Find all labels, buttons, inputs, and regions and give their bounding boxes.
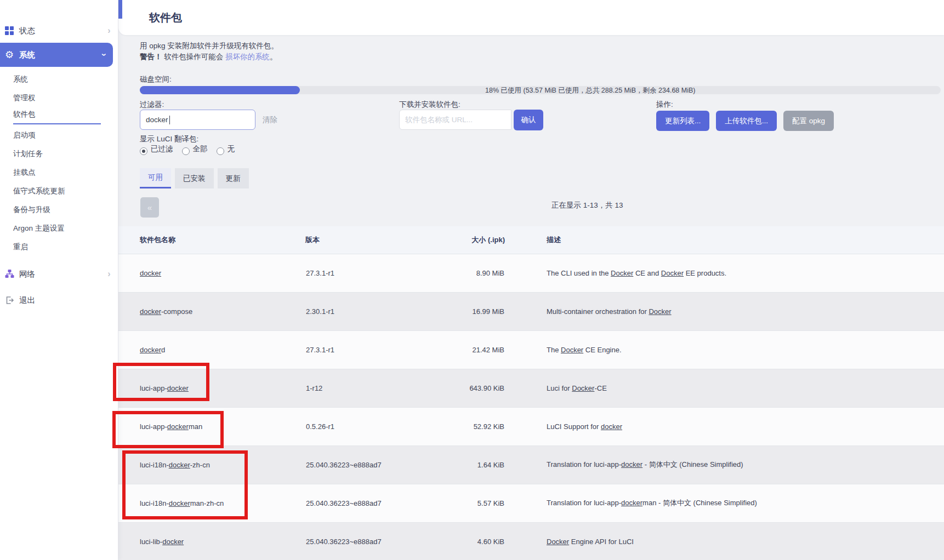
actions-label: 操作: <box>656 100 673 110</box>
package-size: 16.99 MiB <box>427 292 505 330</box>
sidebar-item-network[interactable]: 网络› <box>0 264 118 284</box>
clear-filter-button[interactable]: 清除 <box>258 113 282 127</box>
action-buttons: 更新列表...上传软件包...配置 opkg <box>656 111 834 131</box>
page-header-bar: 软件包 <box>118 0 944 35</box>
package-description: LuCI Support for docker <box>505 407 944 445</box>
package-url-input[interactable] <box>399 110 511 130</box>
package-description: Multi-container orchestration for Docker <box>505 292 944 330</box>
package-name-link[interactable]: luci-app-docker <box>140 384 189 392</box>
update-lists-button[interactable]: 更新列表... <box>656 111 709 131</box>
warning-suffix: 。 <box>270 53 277 61</box>
page-title: 软件包 <box>149 0 182 35</box>
tab-installed[interactable]: 已安装 <box>175 168 214 188</box>
package-name-link[interactable]: luci-app-dockerman <box>140 422 202 431</box>
sidebar-item-label: 软件包 <box>13 110 101 124</box>
column-header-name: 软件包名称 <box>118 226 305 254</box>
pagination-prev-button[interactable]: « <box>140 197 159 218</box>
sidebar-item-mount-points[interactable]: 挂载点 <box>0 163 118 182</box>
damage-system-link[interactable]: 损坏你的系统 <box>225 53 270 61</box>
translation-radio-group: 已过滤全部无 <box>140 144 235 155</box>
table-row: dockerd27.3.1-r121.42 MiBThe Docker CE E… <box>118 330 944 369</box>
package-description: The CLI used in the Docker CE and Docker… <box>505 254 944 292</box>
gear-icon: ⚙ <box>4 50 14 60</box>
package-description: The Docker CE Engine. <box>505 330 944 369</box>
configure-opkg-button[interactable]: 配置 opkg <box>783 111 834 131</box>
sidebar-item-backup-upgrade[interactable]: 备份与升级 <box>0 201 118 219</box>
table-row: luci-app-dockerman0.5.26-r152.92 KiBLuCI… <box>118 407 944 445</box>
radio-unselected-icon[interactable] <box>217 147 224 155</box>
sidebar: 状态›⚙系统›系统管理权软件包启动项计划任务挂载点值守式系统更新备份与升级Arg… <box>0 0 118 560</box>
sidebar-item-reboot[interactable]: 重启 <box>0 238 118 256</box>
package-name-link[interactable]: luci-i18n-dockerman-zh-cn <box>140 499 224 507</box>
filter-label: 过滤器: <box>140 100 164 110</box>
upload-package-button[interactable]: 上传软件包... <box>716 111 777 131</box>
sidebar-item-software[interactable]: 软件包 <box>0 107 118 126</box>
column-header-desc: 描述 <box>505 226 944 254</box>
warning-label: 警告！ <box>140 53 162 61</box>
package-description: Translation for luci-app-docker - 简体中文 (… <box>505 445 944 484</box>
radio-selected-icon[interactable] <box>140 147 147 155</box>
radio-option[interactable]: 全部 <box>182 144 208 155</box>
package-version: 27.3.1-r1 <box>305 254 427 292</box>
sidebar-item-label: 网络 <box>19 269 106 279</box>
package-table: 软件包名称 版本 大小 (.ipk) 描述 docker27.3.1-r18.9… <box>118 226 944 560</box>
logout-icon <box>4 295 14 305</box>
package-version: 1-r12 <box>305 369 427 407</box>
package-version: 25.040.36223~e888ad7 <box>305 484 427 522</box>
disk-usage-text: 18% 已使用 (53.57 MiB 已使用，总共 288.25 MiB，剩余 … <box>485 86 695 94</box>
package-description: Translation for luci-app-dockerman - 简体中… <box>505 484 944 522</box>
sidebar-item-attended-sysupgrade[interactable]: 值守式系统更新 <box>0 182 118 201</box>
tab-updates[interactable]: 更新 <box>218 168 249 188</box>
sidebar-item-label: 系统 <box>13 75 28 84</box>
column-header-size: 大小 (.ipk) <box>427 226 505 254</box>
disk-space-label: 磁盘空间: <box>140 75 172 84</box>
column-header-version: 版本 <box>305 226 427 254</box>
sidebar-item-label: 系统 <box>19 50 101 60</box>
package-name-link[interactable]: luci-i18n-docker-zh-cn <box>140 461 210 469</box>
intro-text: 用 opkg 安装附加软件并升级现有软件包。 警告！ 软件包操作可能会 损坏你的… <box>140 41 278 62</box>
radio-option[interactable]: 无 <box>217 144 235 155</box>
package-name-link[interactable]: dockerd <box>140 346 165 354</box>
sidebar-item-label: 挂载点 <box>13 168 36 178</box>
package-description: Luci for Docker-CE <box>505 369 944 407</box>
tab-available[interactable]: 可用 <box>140 168 171 188</box>
package-table-body: docker27.3.1-r18.90 MiBThe CLI used in t… <box>118 254 944 560</box>
confirm-button[interactable]: 确认 <box>514 110 543 130</box>
radio-option-label: 已过滤 <box>151 144 173 154</box>
main-content: 软件包 用 opkg 安装附加软件并升级现有软件包。 警告！ 软件包操作可能会 … <box>118 0 944 560</box>
package-name-link[interactable]: docker <box>140 269 161 277</box>
translation-packages-label: 显示 LuCI 翻译包: <box>140 134 198 144</box>
sidebar-item-status[interactable]: 状态› <box>0 21 118 41</box>
radio-option[interactable]: 已过滤 <box>140 144 173 155</box>
table-row: luci-i18n-docker-zh-cn25.040.36223~e888a… <box>118 445 944 484</box>
network-icon <box>4 269 14 279</box>
filter-input-value: docker <box>146 116 168 124</box>
pagination-status: 正在显示 1-13，共 13 <box>551 201 623 210</box>
sidebar-item-startup[interactable]: 启动项 <box>0 126 118 145</box>
sidebar-item-system-general[interactable]: 系统 <box>0 70 118 89</box>
package-name-link[interactable]: docker-compose <box>140 307 192 316</box>
package-size: 21.42 MiB <box>427 330 505 369</box>
table-row: luci-i18n-dockerman-zh-cn25.040.36223~e8… <box>118 484 944 522</box>
sidebar-item-scheduled-tasks[interactable]: 计划任务 <box>0 145 118 163</box>
sidebar-item-label: 备份与升级 <box>13 205 50 215</box>
sidebar-item-label: 重启 <box>13 242 28 252</box>
radio-option-label: 全部 <box>193 144 208 154</box>
package-tabs: 可用已安装更新 <box>140 168 249 188</box>
table-header-row: 软件包名称 版本 大小 (.ipk) 描述 <box>118 226 944 254</box>
radio-unselected-icon[interactable] <box>182 147 190 155</box>
chevron-right-icon: › <box>106 269 112 279</box>
sidebar-item-logout[interactable]: 退出 <box>0 290 118 310</box>
sidebar-item-system[interactable]: ⚙系统› <box>0 43 113 67</box>
download-install-label: 下载并安装软件包: <box>399 100 460 110</box>
luci-opkg-page: { "app": { "accent_color": "#5b6fd7", "a… <box>0 0 944 560</box>
table-row: docker-compose2.30.1-r116.99 MiBMulti-co… <box>118 292 944 330</box>
sidebar-item-label: 启动项 <box>13 130 36 140</box>
filter-input[interactable]: docker <box>140 110 255 130</box>
sidebar-item-argon-config[interactable]: Argon 主题设置 <box>0 219 118 238</box>
header-accent-bar <box>118 0 122 19</box>
package-name-link[interactable]: luci-lib-docker <box>140 538 184 546</box>
disk-usage-fill <box>140 86 300 94</box>
warning-text: 软件包操作可能会 <box>164 53 225 61</box>
sidebar-item-administration[interactable]: 管理权 <box>0 89 118 107</box>
